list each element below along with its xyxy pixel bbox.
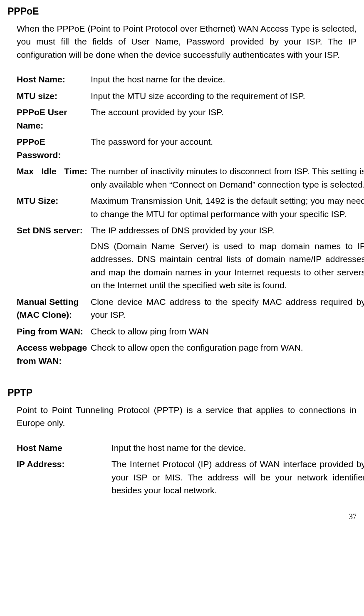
term-host-name: Host Name: — [17, 71, 91, 88]
term-set-dns: Set DNS server: — [17, 222, 91, 294]
row-host-name: Host Name: Input the host name for the d… — [17, 71, 364, 88]
term-pppoe-user-name: PPPoE User Name: — [17, 104, 91, 134]
row-pppoe-user-name: PPPoE User Name: The account provided by… — [17, 104, 364, 134]
term-ping-wan: Ping from WAN: — [17, 323, 91, 340]
row-pptp-host-name: Host Name Input the host name for the de… — [17, 440, 364, 456]
desc-pptp-ip-address: The Internet Protocol (IP) address of WA… — [111, 456, 364, 499]
term-mac-clone: Manual Setting (MAC Clone): — [17, 294, 91, 323]
desc-mtu-size2: Maximum Transmission Unit, 1492 is the d… — [91, 193, 364, 222]
term-pppoe-password: PPPoE Password: — [17, 134, 91, 163]
term-pptp-host-name: Host Name — [17, 440, 111, 456]
pppoe-heading: PPPoE — [7, 4, 357, 19]
desc-mac-clone: Clone device MAC address to the specify … — [91, 294, 364, 323]
desc-pptp-host-name: Input the host name for the device. — [111, 440, 364, 456]
desc-max-idle-time: The number of inactivity minutes to disc… — [91, 163, 364, 193]
desc-mtu-size: Input the MTU size according to the requ… — [91, 88, 364, 104]
desc-host-name: Input the host name for the device. — [91, 71, 364, 88]
row-mtu-size: MTU size: Input the MTU size according t… — [17, 88, 364, 104]
row-max-idle-time: Max Idle Time: The number of inactivity … — [17, 163, 364, 193]
desc-ping-wan: Check to allow ping from WAN — [91, 323, 364, 340]
term-pptp-ip-address: IP Address: — [17, 456, 111, 499]
row-pppoe-password: PPPoE Password: The password for your ac… — [17, 134, 364, 163]
desc-set-dns-line1: The IP addresses of DNS provided by your… — [91, 224, 364, 237]
pptp-definition-table: Host Name Input the host name for the de… — [17, 440, 364, 499]
term-max-idle-time: Max Idle Time: — [17, 163, 91, 193]
pptp-intro: Point to Point Tunneling Protocol (PPTP)… — [17, 403, 357, 430]
desc-set-dns: The IP addresses of DNS provided by your… — [91, 222, 364, 294]
row-pptp-ip-address: IP Address: The Internet Protocol (IP) a… — [17, 456, 364, 499]
row-mtu-size2: MTU Size: Maximum Transmission Unit, 149… — [17, 193, 364, 222]
term-mtu-size2: MTU Size: — [17, 193, 91, 222]
pptp-heading: PPTP — [7, 386, 357, 400]
desc-webpage-wan: Check to allow open the configuration pa… — [91, 339, 364, 369]
desc-pppoe-user-name: The account provided by your ISP. — [91, 104, 364, 134]
row-webpage-wan: Access webpage from WAN: Check to allow … — [17, 339, 364, 369]
term-webpage-wan: Access webpage from WAN: — [17, 339, 91, 369]
row-ping-wan: Ping from WAN: Check to allow ping from … — [17, 323, 364, 340]
pppoe-definition-table: Host Name: Input the host name for the d… — [17, 71, 364, 369]
row-set-dns: Set DNS server: The IP addresses of DNS … — [17, 222, 364, 294]
desc-set-dns-line2: DNS (Domain Name Server) is used to map … — [91, 240, 364, 292]
term-mtu-size: MTU size: — [17, 88, 91, 104]
desc-pppoe-password: The password for your account. — [91, 134, 364, 163]
row-mac-clone: Manual Setting (MAC Clone): Clone device… — [17, 294, 364, 323]
page-number: 37 — [7, 511, 357, 522]
pppoe-intro: When the PPPoE (Point to Point Protocol … — [17, 22, 357, 62]
